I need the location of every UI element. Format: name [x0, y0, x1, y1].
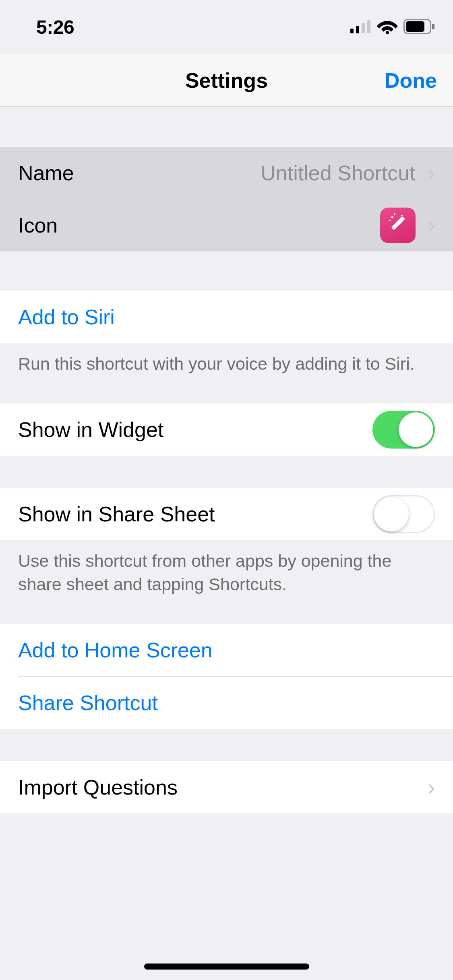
actions-section: Add to Home Screen Share Shortcut — [0, 624, 453, 729]
home-indicator[interactable] — [144, 964, 309, 970]
share-shortcut-row[interactable]: Share Shortcut — [0, 677, 453, 729]
name-value: Untitled Shortcut — [261, 161, 415, 185]
widget-section: Show in Widget — [0, 404, 453, 456]
svg-rect-2 — [362, 23, 365, 33]
import-section: Import Questions › — [0, 761, 453, 813]
svg-point-11 — [389, 220, 391, 221]
battery-icon — [403, 19, 435, 36]
nav-header: Settings Done — [0, 54, 453, 107]
icon-row[interactable]: Icon › — [0, 199, 453, 251]
svg-point-4 — [386, 31, 389, 34]
svg-rect-8 — [391, 216, 405, 230]
svg-point-10 — [394, 213, 395, 215]
add-to-home-link: Add to Home Screen — [18, 638, 435, 662]
done-button[interactable]: Done — [385, 68, 437, 93]
share-sheet-toggle[interactable] — [372, 495, 435, 533]
page-title: Settings — [185, 68, 268, 93]
siri-section: Add to Siri — [0, 291, 453, 343]
status-indicators — [350, 19, 435, 36]
name-label: Name — [18, 161, 261, 185]
show-in-widget-row: Show in Widget — [0, 404, 453, 456]
import-questions-label: Import Questions — [18, 775, 424, 799]
chevron-right-icon: › — [428, 774, 435, 800]
add-to-home-row[interactable]: Add to Home Screen — [0, 624, 453, 676]
show-share-label: Show in Share Sheet — [18, 502, 372, 526]
wifi-icon — [377, 19, 398, 36]
cellular-icon — [350, 20, 371, 35]
siri-footer: Run this shortcut with your voice by add… — [0, 343, 453, 387]
show-in-share-sheet-row: Show in Share Sheet — [0, 488, 453, 540]
svg-point-12 — [401, 215, 403, 216]
add-to-siri-link: Add to Siri — [18, 305, 435, 329]
shortcut-icon-tile — [380, 208, 416, 243]
share-footer: Use this shortcut from other apps by ope… — [0, 540, 453, 608]
identity-section: Name Untitled Shortcut › Icon › — [0, 147, 453, 251]
svg-point-9 — [391, 216, 393, 218]
svg-rect-7 — [432, 24, 434, 29]
svg-rect-3 — [367, 20, 370, 33]
share-sheet-section: Show in Share Sheet — [0, 488, 453, 540]
svg-rect-0 — [350, 29, 354, 33]
chevron-right-icon: › — [428, 212, 435, 238]
import-questions-row[interactable]: Import Questions › — [0, 761, 453, 813]
chevron-right-icon: › — [428, 160, 435, 186]
svg-rect-1 — [356, 26, 359, 33]
widget-toggle[interactable] — [372, 411, 435, 449]
status-bar: 5:26 — [0, 0, 453, 54]
share-shortcut-link: Share Shortcut — [18, 691, 435, 715]
show-in-widget-label: Show in Widget — [18, 418, 372, 442]
icon-label: Icon — [18, 213, 380, 237]
svg-rect-6 — [406, 21, 424, 32]
status-time: 5:26 — [36, 16, 74, 38]
name-row[interactable]: Name Untitled Shortcut › — [0, 147, 453, 199]
add-to-siri-row[interactable]: Add to Siri — [0, 291, 453, 343]
magic-wand-icon — [387, 212, 409, 239]
